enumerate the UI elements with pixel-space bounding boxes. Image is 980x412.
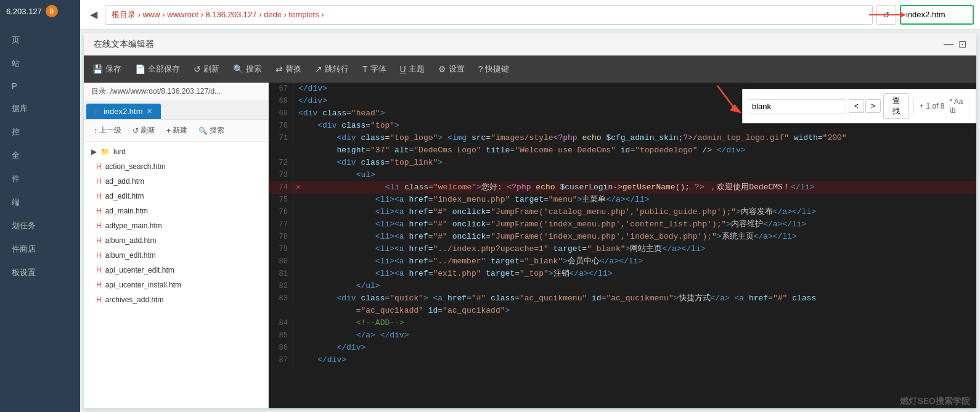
breadcrumb-text: 根目录 › www › wwwroot › 8.136.203.127 › de… xyxy=(112,9,324,20)
notification-badge: 0 xyxy=(46,5,58,17)
minimize-button[interactable]: — xyxy=(944,38,953,50)
sidebar-item-shop[interactable]: 件商店 xyxy=(0,237,80,261)
file-icon: H xyxy=(96,221,102,230)
find-button[interactable]: 查找 xyxy=(883,93,909,119)
search-plus-icon: + xyxy=(919,102,923,110)
sidebar-item-p[interactable]: P xyxy=(0,75,80,97)
file-name: album_add.htm xyxy=(105,236,157,245)
file-name: action_search.htm xyxy=(105,162,166,171)
font-label: 字体 xyxy=(370,64,386,75)
sidebar-ip: 6.203.127 0 xyxy=(0,0,80,22)
code-line: 77 <li><a href="#" onclick="JumpFrame('i… xyxy=(269,218,976,231)
file-icon: H xyxy=(96,281,102,289)
editor-title: 在线文本编辑器 xyxy=(94,39,154,50)
sidebar-item-endpoint[interactable]: 端 xyxy=(0,191,80,214)
code-line: 81 <li><a href="exit.php" target="_top">… xyxy=(269,268,976,280)
error-marker: ✕ xyxy=(293,181,303,194)
search-nav: < > xyxy=(849,99,881,113)
list-item[interactable]: H album_edit.htm xyxy=(84,248,268,263)
search-popup-input[interactable] xyxy=(748,99,846,113)
list-item[interactable]: H adtype_main.htm xyxy=(84,218,268,233)
code-line: 80 <li><a href="../member" target="_blan… xyxy=(269,255,976,268)
search-toolbar-button[interactable]: 🔍 搜索 xyxy=(227,60,268,78)
htm-icon: H xyxy=(95,108,100,115)
replace-button[interactable]: ⇄ 替换 xyxy=(269,60,308,78)
search-icon: 🔍 xyxy=(233,64,243,74)
svg-marker-1 xyxy=(900,12,906,18)
save-all-button[interactable]: 📄 全部保存 xyxy=(129,60,186,78)
file-name: adtype_main.htm xyxy=(105,221,162,230)
top-nav: ◀ 根目录 › www › wwwroot › 8.136.203.127 › … xyxy=(80,0,980,30)
file-icon: H xyxy=(96,177,102,186)
list-item[interactable]: H api_ucenter_install.htm xyxy=(84,278,268,292)
folder-arrow: ▶ xyxy=(91,147,97,156)
sidebar-item-database[interactable]: 据库 xyxy=(0,97,80,120)
font-button[interactable]: T 字体 xyxy=(356,60,393,78)
replace-icon: ⇄ xyxy=(276,64,283,74)
main-area: ◀ 根目录 › www › wwwroot › 8.136.203.127 › … xyxy=(80,0,980,412)
theme-label: 主题 xyxy=(409,64,425,75)
list-item[interactable]: H api_ucenter_edit.htm xyxy=(84,263,268,278)
list-item[interactable]: H action_search.htm xyxy=(84,159,268,174)
sidebar-item-settings[interactable]: 板设置 xyxy=(0,261,80,284)
file-icon: H xyxy=(96,207,102,215)
list-item[interactable]: H ad_edit.htm xyxy=(84,189,268,204)
maximize-button[interactable]: ⊡ xyxy=(958,38,966,50)
up-button[interactable]: ↑ 上一级 xyxy=(90,123,125,138)
save-button[interactable]: 💾 保存 xyxy=(86,60,128,78)
settings-icon: ⚙ xyxy=(438,64,446,74)
editor-controls: — ⊡ xyxy=(944,38,966,50)
refresh-file-icon: ↺ xyxy=(133,126,139,135)
list-item[interactable]: H archives_add.htm xyxy=(84,292,268,307)
new-label: 新建 xyxy=(173,125,187,136)
file-tab-index2[interactable]: H index2.htm ✕ xyxy=(86,104,161,119)
shortcuts-button[interactable]: ? 快捷键 xyxy=(472,60,516,78)
file-tabs: H index2.htm ✕ xyxy=(84,101,268,120)
sidebar-item-task[interactable]: 划任务 xyxy=(0,214,80,237)
search-file-label: 搜索 xyxy=(210,125,224,136)
settings-button[interactable]: ⚙ 设置 xyxy=(432,60,471,78)
ip-text: 6.203.127 xyxy=(6,7,42,16)
shortcuts-icon: ? xyxy=(478,64,483,74)
sidebar-item-all[interactable]: 全 xyxy=(0,144,80,167)
editor-body: 目录: /www/wwwroot/8.136.203.127/d... H in… xyxy=(84,83,976,408)
file-icon: H xyxy=(96,295,102,304)
save-all-icon: 📄 xyxy=(135,64,145,74)
folder-lurd[interactable]: ▶ 📁 lurd xyxy=(84,144,268,159)
list-item[interactable]: H ad_add.htm xyxy=(84,174,268,189)
file-tab-close[interactable]: ✕ xyxy=(147,107,152,115)
sidebar-item-control[interactable]: 控 xyxy=(0,120,80,144)
sidebar-item-component[interactable]: 件 xyxy=(0,167,80,191)
list-item[interactable]: H ad_main.htm xyxy=(84,204,268,218)
list-item[interactable]: H album_add.htm xyxy=(84,233,268,248)
file-path: 目录: /www/wwwroot/8.136.203.127/d... xyxy=(84,83,268,101)
filename-input[interactable] xyxy=(900,5,974,25)
code-editor[interactable]: 67 </div> 68 </div> 69 <div class="head"… xyxy=(269,83,976,408)
new-button[interactable]: + 新建 xyxy=(163,123,191,138)
back-button[interactable]: ◀ xyxy=(86,6,101,23)
file-name: ad_edit.htm xyxy=(105,192,144,200)
goto-button[interactable]: ↗ 跳转行 xyxy=(309,60,355,78)
file-icon: H xyxy=(96,192,102,200)
shortcuts-label: 快捷键 xyxy=(485,64,509,75)
file-list: ▶ 📁 lurd H action_search.htm H ad_add.ht… xyxy=(84,142,268,408)
sidebar-item-page[interactable]: 页 xyxy=(0,28,80,52)
file-panel: 目录: /www/wwwroot/8.136.203.127/d... H in… xyxy=(84,83,269,408)
refresh-toolbar-button[interactable]: ↺ 刷新 xyxy=(187,60,226,78)
goto-label: 跳转行 xyxy=(325,64,349,75)
refresh-file-label: 刷新 xyxy=(141,125,155,136)
code-line: 84 <!--ADD--> xyxy=(269,317,976,329)
font-icon: T xyxy=(362,64,368,74)
theme-button[interactable]: U 主题 xyxy=(394,60,431,78)
refresh-file-button[interactable]: ↺ 刷新 xyxy=(129,123,159,138)
search-file-button[interactable]: 🔍 搜索 xyxy=(195,123,228,138)
search-prev-button[interactable]: < xyxy=(849,99,864,113)
code-line-74: 74 ✕ <li class="welcome">您好: <?php echo … xyxy=(269,181,976,194)
code-line: 87 </div> xyxy=(269,354,976,366)
code-line: 82 </ul> xyxy=(269,280,976,292)
sidebar-item-site[interactable]: 站 xyxy=(0,52,80,75)
divider xyxy=(913,99,914,113)
sidebar-nav: 页 站 P 据库 控 全 件 端 划任务 件商店 板设置 xyxy=(0,28,80,284)
search-next-button[interactable]: > xyxy=(865,99,881,113)
sidebar: 6.203.127 0 页 站 P 据库 控 全 件 端 划任务 件商店 板设置 xyxy=(0,0,80,412)
